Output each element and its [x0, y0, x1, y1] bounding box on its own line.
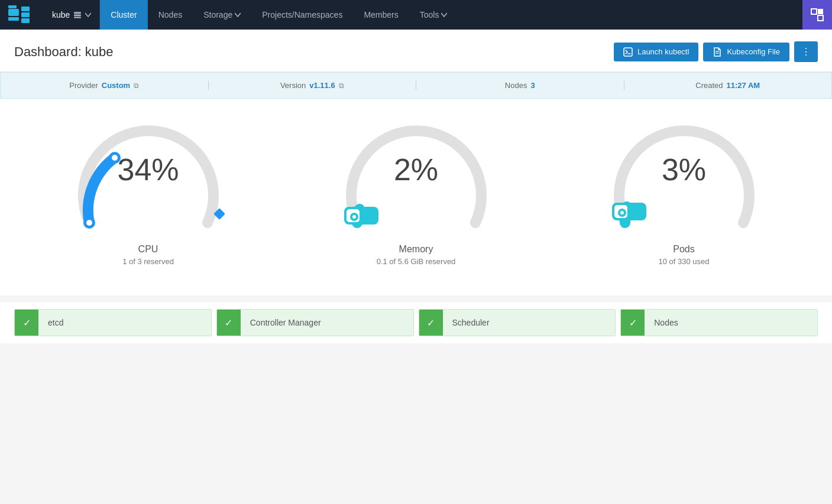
svg-point-18: [86, 220, 92, 226]
provider-info: Provider Custom ⧉: [1, 81, 208, 90]
rancher-logo: [7, 4, 37, 25]
copy-version-icon[interactable]: ⧉: [339, 82, 344, 90]
memory-gauge-svg-wrap: 2%: [334, 122, 499, 240]
nodes-label: Nodes: [505, 81, 527, 90]
cpu-label: CPU: [138, 244, 158, 255]
gauges-row: 34% CPU 1 of 3 reserved: [14, 110, 818, 284]
created-label: Created: [695, 81, 723, 90]
cpu-sublabel: 1 of 3 reserved: [122, 257, 174, 266]
status-nodes: ✓ Nodes: [620, 309, 818, 336]
provider-label: Provider: [69, 81, 98, 90]
pods-sublabel: 10 of 330 used: [658, 257, 709, 266]
cpu-percent: 34%: [117, 154, 179, 185]
svg-rect-6: [75, 12, 82, 14]
controller-manager-label: Controller Manager: [241, 318, 331, 327]
kube-name: kube: [52, 10, 70, 19]
server-icon: [73, 11, 82, 19]
top-navigation: kube Cluster Nodes Storage Projects/Name…: [0, 0, 832, 30]
page-title: Dashboard: kube: [14, 44, 114, 60]
header-actions: Launch kubectl Kubeconfig File ⋮: [614, 41, 818, 62]
version-label: Version: [280, 81, 306, 90]
controller-check-icon: ✓: [217, 310, 241, 336]
chevron-down-icon: [235, 12, 241, 18]
nodes-status-label: Nodes: [645, 318, 687, 327]
scheduler-check-icon: ✓: [419, 310, 443, 336]
svg-rect-1: [8, 17, 19, 21]
nav-item-cluster[interactable]: Cluster: [100, 0, 147, 30]
pods-percent: 3%: [662, 154, 706, 185]
etcd-label: etcd: [38, 318, 73, 327]
nav-item-nodes[interactable]: Nodes: [148, 0, 193, 30]
kube-selector[interactable]: kube: [44, 0, 100, 30]
page-header: Dashboard: kube Launch kubectl Kubeconfi…: [0, 30, 832, 72]
grid-icon-button[interactable]: [802, 0, 832, 30]
scheduler-label: Scheduler: [443, 318, 499, 327]
svg-rect-11: [811, 15, 817, 21]
nav-item-members[interactable]: Members: [353, 0, 409, 30]
nodes-info: Nodes 3: [416, 81, 624, 90]
svg-rect-9: [811, 9, 817, 14]
svg-rect-5: [8, 5, 17, 8]
grid-icon: [811, 8, 824, 21]
nav-item-tools[interactable]: Tools: [409, 0, 458, 30]
svg-point-29: [620, 211, 624, 214]
cpu-gauge: 34% CPU 1 of 3 reserved: [60, 122, 237, 266]
memory-sublabel: 0.1 of 5.6 GiB reserved: [377, 257, 456, 266]
launch-kubectl-button[interactable]: Launch kubectl: [614, 43, 698, 61]
copy-provider-icon[interactable]: ⧉: [134, 82, 139, 90]
cpu-gauge-svg-wrap: 34%: [66, 122, 231, 240]
status-controller-manager: ✓ Controller Manager: [216, 309, 414, 336]
nodes-value: 3: [530, 81, 535, 90]
svg-rect-12: [818, 15, 823, 21]
status-scheduler: ✓ Scheduler: [419, 309, 616, 336]
nav-item-storage[interactable]: Storage: [193, 0, 251, 30]
chevron-down-icon: [441, 12, 447, 18]
svg-rect-8: [75, 17, 82, 18]
svg-rect-4: [21, 18, 30, 23]
memory-gauge-center: 2%: [394, 154, 438, 185]
svg-rect-3: [21, 12, 30, 17]
provider-value: Custom: [102, 81, 130, 90]
nav-item-projects[interactable]: Projects/Namespaces: [251, 0, 353, 30]
svg-rect-7: [75, 14, 82, 16]
svg-point-25: [352, 215, 356, 219]
status-etcd: ✓ etcd: [14, 309, 212, 336]
pods-gauge-svg-wrap: 3%: [601, 122, 767, 240]
pods-gauge: 3% Pods 10 of 330 used: [595, 122, 773, 266]
memory-label: Memory: [399, 244, 433, 255]
pods-label: Pods: [673, 244, 694, 255]
terminal-icon: [623, 47, 633, 57]
etcd-check-icon: ✓: [15, 310, 38, 336]
file-icon: [713, 47, 722, 57]
status-bar: ✓ etcd ✓ Controller Manager ✓ Scheduler …: [0, 301, 832, 343]
created-info: Created 11:27 AM: [624, 81, 832, 90]
more-options-button[interactable]: ⋮: [794, 41, 818, 62]
svg-rect-10: [818, 9, 823, 14]
nodes-check-icon: ✓: [621, 310, 645, 336]
memory-gauge: 2% Memory 0.1 of 5.6 GiB reserved: [328, 122, 505, 266]
created-value: 11:27 AM: [727, 81, 760, 90]
info-bar: Provider Custom ⧉ Version v1.11.6 ⧉ Node…: [0, 72, 832, 99]
svg-rect-0: [8, 9, 19, 16]
main-content: 34% CPU 1 of 3 reserved: [0, 99, 832, 295]
logo-area: [0, 0, 44, 30]
version-info: Version v1.11.6 ⧉: [208, 81, 416, 90]
memory-percent: 2%: [394, 154, 438, 185]
nav-items: Cluster Nodes Storage Projects/Namespace…: [100, 0, 802, 30]
cpu-gauge-center: 34%: [117, 154, 179, 185]
kubeconfig-button[interactable]: Kubeconfig File: [703, 43, 789, 61]
svg-rect-2: [21, 6, 30, 11]
svg-point-20: [112, 155, 118, 161]
version-value: v1.11.6: [309, 81, 335, 90]
nav-right: [802, 0, 832, 30]
chevron-down-icon: [85, 12, 91, 18]
pods-gauge-center: 3%: [662, 154, 706, 185]
